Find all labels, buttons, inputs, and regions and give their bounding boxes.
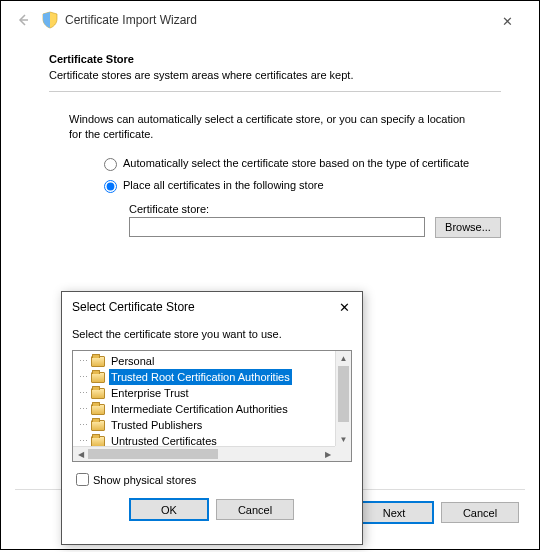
divider: [49, 91, 501, 92]
tree-item[interactable]: ⋯Personal: [73, 353, 351, 369]
next-button[interactable]: Next: [355, 502, 433, 523]
radio-place-label: Place all certificates in the following …: [123, 179, 324, 191]
shield-icon: [41, 11, 59, 29]
radio-place-store[interactable]: Place all certificates in the following …: [99, 177, 501, 193]
select-store-dialog: Select Certificate Store ✕ Select the ce…: [61, 291, 363, 545]
tree-expand-icon: ⋯: [73, 385, 91, 401]
dialog-cancel-button[interactable]: Cancel: [216, 499, 294, 520]
tree-item-label: Intermediate Certification Authorities: [109, 401, 290, 417]
show-physical-stores-checkbox[interactable]: Show physical stores: [72, 470, 352, 489]
titlebar: Certificate Import Wizard: [5, 5, 535, 35]
tree-expand-icon: ⋯: [73, 401, 91, 417]
radio-auto-input[interactable]: [104, 158, 117, 171]
tree-item-label: Personal: [109, 353, 156, 369]
horizontal-scrollbar[interactable]: ◀ ▶: [73, 446, 335, 461]
tree-item-label: Enterprise Trust: [109, 385, 191, 401]
folder-icon: [91, 436, 105, 447]
certificate-tree: ⋯Personal⋯Trusted Root Certification Aut…: [72, 350, 352, 462]
vertical-scroll-thumb[interactable]: [338, 366, 349, 422]
radio-place-input[interactable]: [104, 180, 117, 193]
browse-button[interactable]: Browse...: [435, 217, 501, 238]
scroll-left-arrow-icon[interactable]: ◀: [73, 447, 88, 462]
folder-icon: [91, 356, 105, 367]
page-heading: Certificate Store: [49, 53, 501, 65]
horizontal-scroll-thumb[interactable]: [88, 449, 218, 459]
close-icon: ✕: [502, 14, 513, 29]
folder-icon: [91, 420, 105, 431]
tree-item[interactable]: ⋯Untrusted Certificates: [73, 433, 351, 447]
tree-expand-icon: ⋯: [73, 369, 91, 385]
tree-expand-icon: ⋯: [73, 353, 91, 369]
show-physical-label: Show physical stores: [93, 474, 196, 486]
window-title: Certificate Import Wizard: [65, 13, 197, 27]
tree-item-label: Untrusted Certificates: [109, 433, 219, 447]
tree-item-label: Trusted Publishers: [109, 417, 204, 433]
scroll-up-arrow-icon[interactable]: ▲: [336, 351, 351, 366]
dialog-instruction: Select the certificate store you want to…: [72, 328, 352, 340]
folder-icon: [91, 404, 105, 415]
page-description: Windows can automatically select a certi…: [69, 112, 481, 143]
page-subheading: Certificate stores are system areas wher…: [49, 69, 501, 81]
tree-item[interactable]: ⋯Enterprise Trust: [73, 385, 351, 401]
vertical-scrollbar[interactable]: ▲ ▼: [335, 351, 351, 447]
back-button[interactable]: [11, 8, 35, 32]
radio-auto-select[interactable]: Automatically select the certificate sto…: [99, 155, 501, 171]
close-icon: ✕: [339, 300, 350, 315]
folder-icon: [91, 388, 105, 399]
tree-item[interactable]: ⋯Intermediate Certification Authorities: [73, 401, 351, 417]
cancel-button[interactable]: Cancel: [441, 502, 519, 523]
scroll-right-arrow-icon[interactable]: ▶: [320, 447, 335, 462]
tree-item[interactable]: ⋯Trusted Root Certification Authorities: [73, 369, 351, 385]
tree-expand-icon: ⋯: [73, 433, 91, 447]
certificate-store-input[interactable]: [129, 217, 425, 237]
window-close-button[interactable]: ✕: [493, 11, 521, 31]
dialog-title: Select Certificate Store: [72, 300, 195, 314]
scroll-corner: [335, 446, 351, 461]
tree-item[interactable]: ⋯Trusted Publishers: [73, 417, 351, 433]
tree-item-label: Trusted Root Certification Authorities: [109, 369, 292, 385]
scroll-down-arrow-icon[interactable]: ▼: [336, 432, 351, 447]
folder-icon: [91, 372, 105, 383]
tree-expand-icon: ⋯: [73, 417, 91, 433]
dialog-close-button[interactable]: ✕: [334, 298, 354, 316]
radio-auto-label: Automatically select the certificate sto…: [123, 157, 469, 169]
show-physical-input[interactable]: [76, 473, 89, 486]
dialog-ok-button[interactable]: OK: [130, 499, 208, 520]
back-arrow-icon: [15, 12, 31, 28]
store-field-label: Certificate store:: [129, 203, 501, 215]
